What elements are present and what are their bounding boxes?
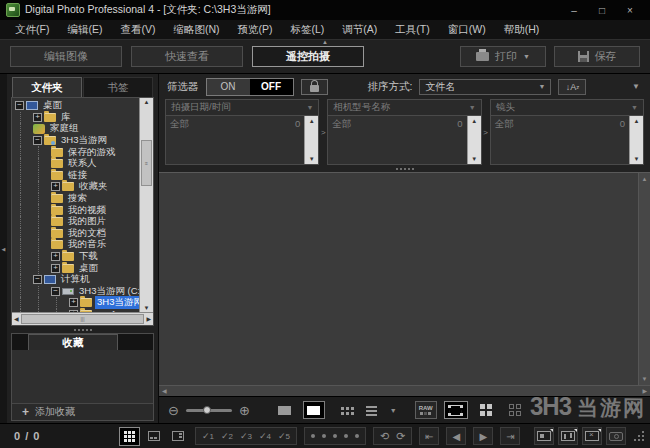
menu-item-7[interactable]: 调节(A)	[333, 21, 386, 39]
list-view-button[interactable]	[361, 401, 383, 419]
tree-vscroll-thumb[interactable]: ≡	[141, 140, 152, 186]
menu-item-9[interactable]: 窗口(W)	[439, 21, 495, 39]
edit-image-button[interactable]: 编辑图像	[10, 46, 122, 67]
tree-item[interactable]: −桌面	[15, 100, 139, 112]
filter-list-scrollbar[interactable]: ▲ ▼	[304, 116, 318, 164]
filter-list-scrollbar[interactable]: ▲ ▼	[467, 116, 481, 164]
menu-item-6[interactable]: 标签(L)	[282, 21, 334, 39]
camera-control-button[interactable]	[606, 427, 626, 445]
filter-off-button[interactable]: OFF	[250, 79, 293, 95]
sort-dropdown[interactable]: 文件名 ▼	[419, 79, 551, 95]
view-options-dropdown-icon[interactable]: ▼	[390, 407, 397, 414]
large-thumbnail-view-button[interactable]	[274, 401, 296, 419]
scroll-down-icon[interactable]: ▼	[471, 155, 477, 163]
tree-item[interactable]: +3H3当游网	[15, 297, 139, 309]
check-rating-button-1[interactable]: ✓1	[202, 431, 214, 441]
raw-jpg-toggle-button[interactable]: RAW	[415, 401, 437, 419]
tree-item[interactable]: −计算机	[15, 274, 139, 286]
last-image-button[interactable]: ⇥	[500, 427, 520, 445]
tree-item[interactable]: +桌面	[15, 262, 139, 274]
rating-dot[interactable]	[355, 434, 359, 438]
tree-item[interactable]: 链接	[15, 170, 139, 182]
zoom-out-button[interactable]: ⊖	[168, 404, 179, 417]
tool-palette-button[interactable]	[534, 427, 554, 445]
scroll-up-icon[interactable]: ▲	[634, 117, 640, 125]
check-rating-button-5[interactable]: ✓5	[278, 431, 290, 441]
filter-list-item[interactable]: 全部 0	[170, 118, 300, 131]
tree-item[interactable]: 搜索	[15, 193, 139, 205]
toolbar-collapse-arrow-icon[interactable]: ▲	[322, 39, 328, 45]
tree-horizontal-scrollbar[interactable]: ◀ ||| ▶	[12, 312, 153, 325]
sort-direction-button[interactable]: ↓Az	[558, 79, 586, 95]
rating-dot[interactable]	[311, 434, 315, 438]
slider-thumb[interactable]	[203, 406, 211, 414]
histogram-palette-button[interactable]	[558, 427, 578, 445]
scroll-left-icon[interactable]: ◀	[14, 315, 19, 323]
tree-vertical-scrollbar[interactable]: ▲ ≡ ▼	[139, 98, 153, 312]
filter-area-collapse-icon[interactable]: ▼	[632, 82, 642, 91]
tree-item[interactable]: +下载	[15, 251, 139, 263]
filter-list-item[interactable]: 全部 0	[495, 118, 625, 131]
collapse-minus-icon[interactable]: −	[15, 101, 24, 110]
thumbnail-view-empty[interactable]	[159, 173, 638, 385]
tab-folders[interactable]: 文件夹	[12, 77, 82, 97]
menu-item-8[interactable]: 工具(T)	[386, 21, 438, 39]
grid-outline-view-button[interactable]	[504, 401, 526, 419]
scroll-up-icon[interactable]: ▲	[309, 117, 315, 125]
scroll-down-icon[interactable]: ▼	[309, 155, 315, 163]
menu-item-4[interactable]: 缩略图(N)	[164, 21, 228, 39]
check-rating-button-3[interactable]: ✓3	[240, 431, 252, 441]
scroll-up-icon[interactable]: ▲	[471, 117, 477, 125]
tree-item[interactable]: 家庭组	[15, 123, 139, 135]
tree-item-label[interactable]: 3H3当游网	[95, 296, 139, 309]
minimize-button[interactable]: –	[560, 2, 588, 18]
tree-item[interactable]: 联系人	[15, 158, 139, 170]
scroll-down-icon[interactable]: ▼	[144, 304, 150, 312]
expand-plus-icon[interactable]: +	[33, 113, 42, 122]
rotate-right-button[interactable]: ⟳	[396, 431, 405, 442]
medium-thumbnail-view-button[interactable]	[303, 401, 325, 419]
preview-palette-button[interactable]	[582, 427, 602, 445]
zoom-in-button[interactable]: ⊕	[239, 404, 250, 417]
menu-item-2[interactable]: 编辑(E)	[58, 21, 111, 39]
filter-lens-dropdown[interactable]: 镜头 ▼	[490, 99, 644, 116]
rating-dot[interactable]	[333, 434, 337, 438]
tree-item[interactable]: +库	[15, 112, 139, 124]
tree-item[interactable]: 我的图片	[15, 216, 139, 228]
print-button[interactable]: 打印 ▼	[460, 46, 546, 67]
collapse-minus-icon[interactable]: −	[33, 136, 42, 145]
tab-bookmarks[interactable]: 书签	[83, 77, 153, 97]
close-button[interactable]: ×	[616, 2, 644, 18]
menu-item-10[interactable]: 帮助(H)	[495, 21, 549, 39]
filter-date-dropdown[interactable]: 拍摄日期/时间 ▼	[165, 99, 319, 116]
thumbnail-size-slider[interactable]	[186, 409, 232, 412]
filter-list-scrollbar[interactable]: ▲ ▼	[629, 116, 643, 164]
window-resize-grip[interactable]	[634, 431, 644, 441]
expand-plus-icon[interactable]: +	[69, 298, 78, 307]
scroll-down-icon[interactable]: ▼	[642, 375, 648, 383]
layout-grid-button[interactable]	[119, 427, 140, 446]
previous-image-button[interactable]: ◀	[446, 427, 466, 445]
scroll-right-icon[interactable]: ▶	[146, 315, 151, 323]
add-collection-button[interactable]: + 添加收藏	[12, 403, 153, 420]
content-splitter-handle[interactable]	[159, 165, 650, 172]
tree-item[interactable]: 我的文档	[15, 228, 139, 240]
print-dropdown-icon[interactable]: ▼	[523, 53, 530, 60]
expand-plus-icon[interactable]: +	[51, 182, 60, 191]
scroll-left-icon[interactable]: ◀	[162, 387, 167, 395]
filter-camera-dropdown[interactable]: 相机型号名称 ▼	[327, 99, 481, 116]
first-image-button[interactable]: ⇤	[419, 427, 439, 445]
collection-tab[interactable]: 收藏	[28, 334, 118, 350]
tree-item[interactable]: −3H3当游网 (C:)	[15, 286, 139, 298]
scroll-down-icon[interactable]: ▼	[634, 155, 640, 163]
filter-list-item[interactable]: 全部 0	[332, 118, 462, 131]
scroll-up-icon[interactable]: ▲	[642, 175, 648, 183]
tree-item[interactable]: +收藏夹	[15, 181, 139, 193]
save-button[interactable]: 保存	[554, 46, 640, 67]
multi-grid-view-button[interactable]	[475, 401, 497, 419]
tree-hscroll-thumb[interactable]: |||	[21, 314, 145, 324]
small-thumbnail-view-button[interactable]	[332, 401, 354, 419]
rotate-left-button[interactable]: ⟲	[380, 431, 389, 442]
collapse-minus-icon[interactable]: −	[33, 275, 42, 284]
sidebar-splitter-handle[interactable]	[7, 326, 158, 333]
